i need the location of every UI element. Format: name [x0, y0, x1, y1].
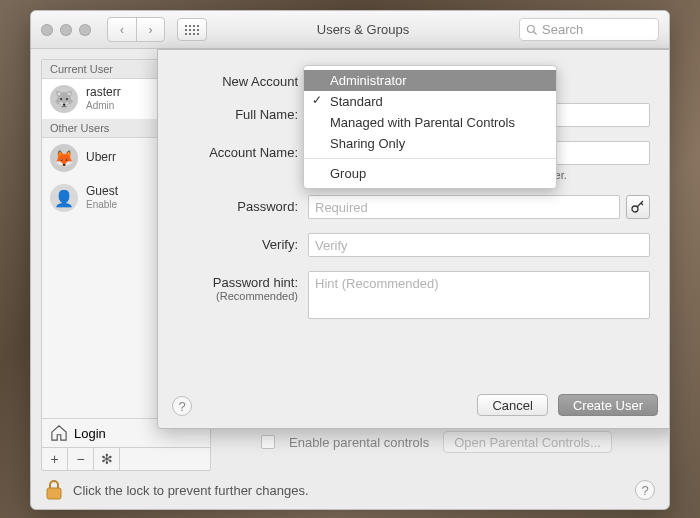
- avatar: 👤: [50, 184, 78, 212]
- search-icon: [526, 24, 538, 36]
- menu-item-sharing[interactable]: Sharing Only: [304, 133, 556, 154]
- menu-separator: [304, 158, 556, 159]
- nav-back-forward: ‹ ›: [107, 17, 165, 42]
- traffic-lights: [41, 24, 91, 36]
- add-user-button[interactable]: +: [42, 448, 68, 470]
- password-field[interactable]: [308, 195, 620, 219]
- enable-parental-checkbox[interactable]: [261, 435, 275, 449]
- avatar: 🦊: [50, 144, 78, 172]
- password-assistant-button[interactable]: [626, 195, 650, 219]
- login-options-label: Login: [74, 426, 106, 441]
- close-icon[interactable]: [41, 24, 53, 36]
- lock-icon[interactable]: [45, 479, 63, 501]
- window-title: Users & Groups: [215, 22, 511, 37]
- menu-item-standard[interactable]: Standard: [304, 91, 556, 112]
- user-role: Enable: [86, 199, 118, 211]
- avatar: 🐺: [50, 85, 78, 113]
- prefs-window: ‹ › Users & Groups Search Current User 🐺…: [30, 10, 670, 510]
- search-input[interactable]: Search: [519, 18, 659, 41]
- full-name-label: Full Name:: [168, 103, 298, 122]
- home-icon: [50, 425, 68, 441]
- verify-label: Verify:: [168, 233, 298, 252]
- action-menu-button[interactable]: ✻: [94, 448, 120, 470]
- user-role: Admin: [86, 100, 121, 112]
- password-hint-field[interactable]: Hint (Recommended): [308, 271, 650, 319]
- forward-button[interactable]: ›: [136, 18, 164, 41]
- verify-field[interactable]: [308, 233, 650, 257]
- open-parental-button[interactable]: Open Parental Controls...: [443, 431, 612, 453]
- user-meta: rasterr Admin: [86, 86, 121, 111]
- menu-item-administrator[interactable]: Administrator: [304, 70, 556, 91]
- cancel-button[interactable]: Cancel: [477, 394, 547, 416]
- password-label: Password:: [168, 195, 298, 214]
- sidebar-footer: + − ✻: [42, 447, 210, 470]
- password-hint-label: Password hint: (Recommended): [168, 271, 298, 302]
- lock-text: Click the lock to prevent further change…: [73, 483, 309, 498]
- enable-parental-label: Enable parental controls: [289, 435, 429, 450]
- show-all-button[interactable]: [177, 18, 207, 41]
- user-name: rasterr: [86, 86, 121, 100]
- account-name-label: Account Name:: [168, 141, 298, 160]
- user-name: Guest: [86, 185, 118, 199]
- svg-line-1: [534, 31, 537, 34]
- account-type-menu: Administrator Standard Managed with Pare…: [303, 65, 557, 189]
- help-button[interactable]: ?: [635, 480, 655, 500]
- minimize-icon[interactable]: [60, 24, 72, 36]
- back-button[interactable]: ‹: [108, 18, 136, 41]
- svg-point-0: [528, 25, 535, 32]
- zoom-icon[interactable]: [79, 24, 91, 36]
- parental-controls-row: Enable parental controls Open Parental C…: [261, 431, 612, 453]
- menu-item-managed[interactable]: Managed with Parental Controls: [304, 112, 556, 133]
- menu-item-group[interactable]: Group: [304, 163, 556, 184]
- create-user-button[interactable]: Create User: [558, 394, 658, 416]
- svg-rect-2: [47, 488, 61, 499]
- titlebar: ‹ › Users & Groups Search: [31, 11, 669, 49]
- user-name: Uberr: [86, 151, 116, 165]
- grid-icon: [185, 25, 199, 35]
- remove-user-button[interactable]: −: [68, 448, 94, 470]
- lock-row: Click the lock to prevent further change…: [31, 471, 669, 509]
- sheet-footer: Cancel Create User: [477, 394, 658, 416]
- sheet-help-button[interactable]: ?: [172, 396, 192, 416]
- search-placeholder: Search: [542, 22, 583, 37]
- key-icon: [631, 200, 645, 214]
- new-account-label: New Account: [168, 70, 298, 89]
